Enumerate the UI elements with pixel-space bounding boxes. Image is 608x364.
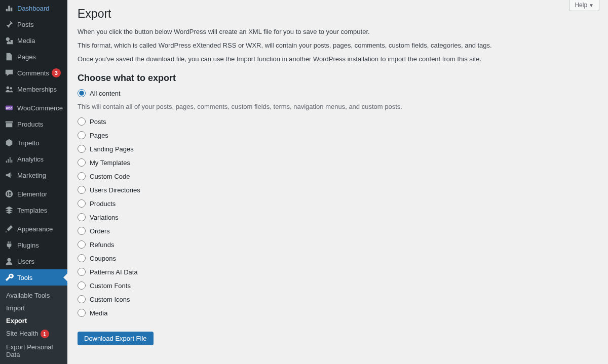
radio-label-users-directories[interactable]: Users Directories [90, 186, 140, 194]
radio-variations[interactable] [78, 213, 86, 221]
submenu-item-label: Site Health [6, 330, 39, 337]
sidebar-item-label: Analytics [17, 155, 44, 163]
admin-sidebar: DashboardPostsMediaPagesComments3Members… [0, 0, 67, 364]
sidebar-link-tripetto[interactable]: Tripetto [0, 135, 67, 151]
radio-label-variations[interactable]: Variations [90, 214, 119, 221]
radio-custom-code[interactable] [78, 172, 86, 180]
submenu-link-available-tools[interactable]: Available Tools [0, 289, 67, 302]
sidebar-link-elementor[interactable]: Elementor [0, 186, 67, 202]
submenu-link-export-personal-data[interactable]: Export Personal Data [0, 341, 67, 361]
radio-label-coupons[interactable]: Coupons [90, 255, 116, 262]
submenu-item-label: Available Tools [6, 292, 50, 299]
radio-row-products: Products [78, 199, 598, 208]
radio-row-my-templates: My Templates [78, 158, 598, 167]
sidebar-link-marketing[interactable]: Marketing [0, 167, 67, 183]
sidebar-link-analytics[interactable]: Analytics [0, 151, 67, 167]
radio-label-products[interactable]: Products [90, 200, 116, 208]
sidebar-link-dashboard[interactable]: Dashboard [0, 0, 67, 16]
sidebar-link-plugins[interactable]: Plugins [0, 237, 67, 253]
radio-row-custom-code: Custom Code [78, 172, 598, 180]
sidebar-item-users: Users [0, 253, 67, 269]
sidebar-item-label: Users [17, 258, 34, 265]
radio-row-custom-fonts: Custom Fonts [78, 281, 598, 290]
media-icon [4, 36, 14, 45]
sidebar-item-label: Memberships [17, 86, 57, 93]
radio-label-orders[interactable]: Orders [90, 227, 110, 235]
radio-all-content: All content [78, 89, 598, 97]
radio-label-refunds[interactable]: Refunds [90, 241, 114, 249]
brush-icon [4, 224, 14, 233]
svg-rect-6 [7, 192, 8, 195]
radio-label-pages[interactable]: Pages [90, 132, 108, 139]
page-icon [4, 52, 14, 61]
svg-rect-7 [9, 192, 11, 193]
help-button[interactable]: Help ▼ [569, 0, 599, 11]
radio-products[interactable] [78, 199, 86, 208]
radio-posts[interactable] [78, 117, 86, 126]
svg-text:woo: woo [6, 106, 13, 110]
submenu-item-export: Export [0, 314, 67, 327]
sidebar-item-analytics: Analytics [0, 151, 67, 167]
sidebar-link-posts[interactable]: Posts [0, 16, 67, 32]
submenu-link-site-health[interactable]: Site Health1 [0, 327, 67, 341]
radio-users-directories[interactable] [78, 186, 86, 194]
radio-label-media[interactable]: Media [90, 309, 107, 317]
submenu-link-import[interactable]: Import [0, 302, 67, 314]
sidebar-item-label: Templates [17, 207, 47, 214]
sidebar-link-comments[interactable]: Comments3 [0, 65, 67, 81]
sidebar-item-label: Products [17, 120, 43, 128]
sidebar-link-products[interactable]: Products [0, 116, 67, 132]
radio-label-landing-pages[interactable]: Landing Pages [90, 145, 134, 153]
sidebar-item-comments: Comments3 [0, 65, 67, 81]
radio-label-custom-fonts[interactable]: Custom Fonts [90, 282, 131, 290]
chart-icon [4, 154, 14, 164]
radio-row-patterns-ai-data: Patterns AI Data [78, 268, 598, 276]
radio-row-coupons: Coupons [78, 254, 598, 262]
radio-row-posts: Posts [78, 117, 598, 126]
submenu-item-label: Export Personal Data [6, 343, 53, 358]
radio-my-templates[interactable] [78, 158, 86, 167]
radio-label-my-templates[interactable]: My Templates [90, 159, 130, 167]
radio-label-posts[interactable]: Posts [90, 118, 106, 126]
radio-row-media: Media [78, 309, 598, 317]
sidebar-item-label: Posts [17, 21, 34, 28]
sidebar-link-tools[interactable]: Tools [0, 269, 67, 286]
radio-patterns-ai-data[interactable] [78, 268, 86, 276]
sidebar-link-memberships[interactable]: Memberships [0, 81, 67, 97]
download-export-button[interactable]: Download Export File [78, 332, 154, 345]
sidebar-item-appearance: Appearance [0, 221, 67, 237]
submenu-link-erase-personal-data[interactable]: Erase Personal Data [0, 361, 67, 364]
radio-custom-fonts[interactable] [78, 281, 86, 290]
radio-pages[interactable] [78, 131, 86, 139]
sidebar-link-appearance[interactable]: Appearance [0, 221, 67, 237]
radio-landing-pages[interactable] [78, 145, 86, 153]
radio-all-content-label[interactable]: All content [90, 90, 121, 97]
sidebar-link-media[interactable]: Media [0, 32, 67, 49]
people-icon [4, 85, 14, 94]
radio-coupons[interactable] [78, 254, 86, 262]
radio-orders[interactable] [78, 227, 86, 235]
radio-label-custom-icons[interactable]: Custom Icons [90, 296, 130, 303]
sidebar-item-products: Products [0, 116, 67, 132]
svg-point-2 [10, 87, 12, 90]
svg-point-10 [7, 258, 11, 262]
radio-all-content-input[interactable] [78, 89, 86, 97]
radio-refunds[interactable] [78, 240, 86, 249]
dashboard-icon [4, 4, 14, 13]
sidebar-link-templates[interactable]: Templates [0, 202, 67, 218]
radio-label-patterns-ai-data[interactable]: Patterns AI Data [90, 268, 138, 276]
megaphone-icon [4, 171, 14, 180]
wrench-icon [4, 273, 14, 282]
submenu-link-export[interactable]: Export [0, 314, 67, 327]
sidebar-item-templates: Templates [0, 202, 67, 218]
radio-label-custom-code[interactable]: Custom Code [90, 173, 130, 180]
sidebar-link-users[interactable]: Users [0, 253, 67, 269]
radio-media[interactable] [78, 309, 86, 317]
radio-custom-icons[interactable] [78, 295, 86, 303]
sidebar-link-pages[interactable]: Pages [0, 49, 67, 65]
radio-row-users-directories: Users Directories [78, 186, 598, 194]
sidebar-item-memberships: Memberships [0, 81, 67, 97]
sidebar-link-woocommerce[interactable]: wooWooCommerce [0, 100, 67, 116]
submenu-item-site-health: Site Health1 [0, 327, 67, 341]
help-tab: Help ▼ [569, 0, 599, 11]
